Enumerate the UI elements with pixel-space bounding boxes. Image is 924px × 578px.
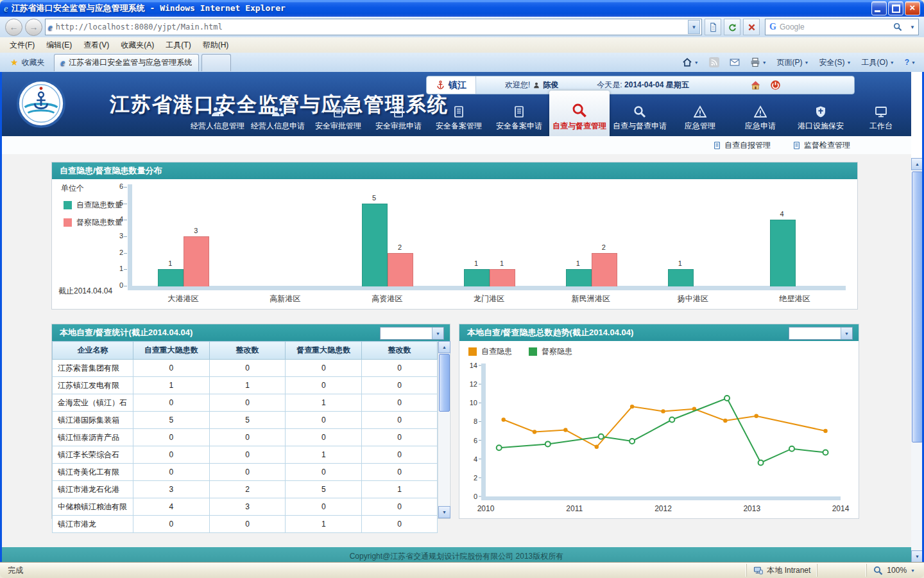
- feed-button[interactable]: [705, 54, 724, 71]
- read-mail-button[interactable]: [725, 54, 744, 71]
- menu-item[interactable]: 查看(V): [78, 38, 115, 53]
- table-row[interactable]: 镇江奇美化工有限0000: [53, 464, 438, 481]
- computer-icon: [753, 566, 763, 575]
- table-filter-dropdown[interactable]: ▼: [380, 327, 444, 340]
- y-tick-mark: [124, 286, 127, 286]
- subnav-item-1[interactable]: 自查自报管理: [713, 140, 771, 151]
- doc-icon: [513, 105, 526, 118]
- self-check-bar: [770, 220, 796, 286]
- magnifier-icon: [633, 105, 646, 118]
- table-row[interactable]: 镇江恒泰沥青产品0000: [53, 429, 438, 446]
- table-cell: 0: [362, 464, 438, 481]
- menu-item[interactable]: 工具(T): [160, 38, 196, 53]
- minimize-button[interactable]: [871, 1, 887, 15]
- nav-item-1[interactable]: 经营人信息管理: [187, 97, 248, 136]
- table-cell: 0: [209, 360, 286, 377]
- table-header[interactable]: 整改数: [209, 342, 286, 360]
- table-row[interactable]: 金海宏业（镇江）石0010: [53, 394, 438, 412]
- address-url[interactable]: http://localhost:8080/yjpt/Main.html: [56, 22, 685, 31]
- toolbar-button[interactable]: 页面(P)▼: [773, 54, 814, 71]
- search-button[interactable]: [891, 21, 905, 33]
- menu-item[interactable]: 帮助(H): [197, 38, 235, 53]
- logout-icon[interactable]: [770, 80, 781, 91]
- home-button[interactable]: ▼: [678, 54, 703, 71]
- nav-item-10[interactable]: 应急申请: [730, 97, 791, 136]
- nav-item-11[interactable]: 港口设施保安: [791, 97, 851, 136]
- menu-item[interactable]: 收藏夹(A): [115, 38, 160, 53]
- scroll-down-button[interactable]: ▼: [438, 506, 450, 518]
- close-button[interactable]: [905, 1, 920, 15]
- nav-item-5[interactable]: 安全备案管理: [429, 97, 489, 136]
- zoom-control[interactable]: 100% ▼: [866, 564, 921, 577]
- refresh-button[interactable]: [724, 19, 740, 35]
- table-row[interactable]: 镇江李长荣综合石0010: [53, 446, 438, 464]
- company-name-cell: 镇江奇美化工有限: [53, 464, 133, 481]
- star-icon: ★: [10, 57, 19, 67]
- forward-button[interactable]: →: [25, 19, 42, 36]
- statistics-table: 企业名称自查重大隐患数整改数督查重大隐患数整改数江苏索普集团有限0000江苏镇江…: [52, 341, 438, 533]
- browser-tab[interactable]: e 江苏省港口安全监管与应急管理系统: [54, 54, 200, 71]
- restore-button[interactable]: [888, 1, 903, 15]
- search-box[interactable]: G Google ▼: [765, 19, 919, 35]
- nav-item-8[interactable]: 自查与督查申请: [610, 97, 670, 136]
- table-row[interactable]: 镇江港国际集装箱5500: [53, 412, 438, 429]
- table-header[interactable]: 督查重大隐患数: [286, 342, 362, 360]
- toolbar-button-label: 安全(S): [819, 57, 845, 68]
- bar-value-label: 5: [362, 194, 386, 202]
- nav-item-label: 自查与督查管理: [552, 121, 606, 132]
- page-scrollbar[interactable]: ▲ ▼: [911, 158, 922, 563]
- nav-item-7[interactable]: 自查与督查管理: [549, 91, 610, 136]
- scroll-down-button[interactable]: ▼: [911, 550, 923, 563]
- security-zone-pane: 本地 Intranet: [746, 564, 817, 577]
- back-button[interactable]: ←: [5, 19, 22, 36]
- nav-item-label: 工作台: [869, 121, 893, 132]
- table-header[interactable]: 自查重大隐患数: [133, 342, 209, 360]
- menu-item[interactable]: 编辑(E): [40, 38, 78, 53]
- toolbar-button[interactable]: 工具(O)▼: [857, 54, 898, 71]
- scrollbar-thumb[interactable]: [912, 171, 923, 442]
- nav-item-4[interactable]: 安全审批申请: [368, 97, 429, 136]
- help-button[interactable]: ?▼: [900, 54, 920, 71]
- search-dropdown-button[interactable]: ▼: [908, 24, 917, 30]
- favorites-button[interactable]: ★ 收藏夹: [4, 54, 51, 71]
- address-bar[interactable]: e http://localhost:8080/yjpt/Main.html ▼: [45, 19, 702, 35]
- scrollbar-thumb[interactable]: [439, 354, 450, 412]
- table-cell: 1: [133, 377, 209, 394]
- title-bar[interactable]: e 江苏省港口安全监管与应急管理系统 - Windows Internet Ex…: [0, 0, 924, 17]
- toolbar-button[interactable]: 安全(S)▼: [815, 54, 856, 71]
- nav-item-6[interactable]: 安全备案申请: [489, 97, 549, 136]
- nav-item-label: 自查与督查申请: [613, 121, 667, 132]
- table-row[interactable]: 江苏镇江发电有限1100: [53, 377, 438, 394]
- scroll-up-button[interactable]: ▲: [438, 341, 450, 353]
- compatibility-view-button[interactable]: [705, 19, 721, 35]
- self-check-bar: [464, 269, 490, 286]
- stop-button[interactable]: [743, 19, 760, 35]
- table-header[interactable]: 企业名称: [53, 342, 133, 360]
- chevron-down-icon: ▼: [911, 568, 915, 573]
- table-row[interactable]: 镇江市港龙0010: [53, 516, 438, 533]
- scroll-up-button[interactable]: ▲: [911, 158, 923, 170]
- nav-item-9[interactable]: 应急管理: [670, 97, 730, 136]
- subnav-item-2[interactable]: 监督检查管理: [792, 140, 850, 151]
- nav-item-2[interactable]: 经营人信息申请: [248, 97, 308, 136]
- table-row[interactable]: 江苏索普集团有限0000: [53, 360, 438, 377]
- user-name: 陈俊: [543, 80, 558, 91]
- x-axis-label: 绝壁港区: [757, 293, 834, 304]
- table-row[interactable]: 镇江市港龙石化港3251: [53, 481, 438, 498]
- new-tab-button[interactable]: [201, 54, 231, 71]
- trend-filter-dropdown[interactable]: ▼: [789, 327, 853, 340]
- search-input[interactable]: Google: [780, 22, 887, 31]
- menu-item[interactable]: 文件(F): [4, 38, 40, 53]
- svg-text:2: 2: [474, 474, 477, 482]
- x-axis-label: 新民洲港区: [552, 293, 629, 304]
- table-row[interactable]: 中储粮镇江粮油有限4300: [53, 498, 438, 516]
- nav-item-3[interactable]: 安全审批管理: [308, 97, 368, 136]
- address-dropdown-button[interactable]: ▼: [688, 20, 700, 34]
- home-icon[interactable]: [750, 80, 761, 91]
- table-cell: 0: [362, 516, 438, 533]
- table-cell: 1: [362, 481, 438, 498]
- table-scrollbar[interactable]: ▲ ▼: [438, 341, 449, 518]
- nav-item-12[interactable]: 工作台: [851, 97, 911, 136]
- table-header[interactable]: 整改数: [362, 342, 438, 360]
- print-button[interactable]: ▼: [746, 54, 771, 71]
